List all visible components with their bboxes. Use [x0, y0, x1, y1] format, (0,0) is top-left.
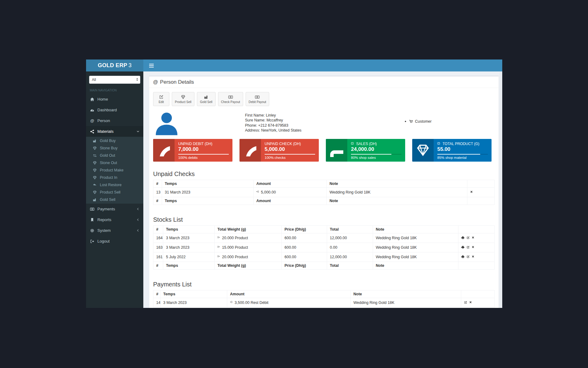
person-role-tag: Customer [405, 119, 432, 124]
table-row: 164 3 March 2023 20.000 Product 600.00 1… [153, 233, 495, 243]
cart-icon [409, 120, 413, 124]
sidebar-item-logout[interactable]: Logout [86, 236, 143, 247]
check-payout-button[interactable]: Check Payout [218, 92, 243, 106]
unpaid-checks-title: Unpaid Checks [153, 171, 495, 178]
at-icon: @ [153, 80, 158, 85]
sidebar-item-gold-sell[interactable]: Gold Sell [86, 196, 143, 203]
sidebar-item-stone-out[interactable]: Stone Out [86, 159, 143, 167]
calendar-check-icon [351, 142, 355, 146]
sidebar-item-system[interactable]: System [86, 225, 143, 236]
delete-icon[interactable] [472, 255, 475, 259]
delete-icon[interactable] [470, 190, 474, 194]
sidebar-item-gold-buy[interactable]: Gold Buy [86, 137, 143, 144]
stat-label: UNPAID CHECK (DH) [265, 142, 315, 146]
gem-icon [92, 146, 97, 150]
gem-icon [92, 176, 97, 180]
payments-list-title: Payments List [153, 281, 495, 288]
gear-icon [90, 228, 95, 233]
angle-left-icon [136, 218, 140, 221]
edit-icon[interactable] [464, 301, 468, 305]
stat-value: 7,000.00 [178, 146, 229, 152]
angle-left-icon [136, 207, 140, 211]
phone-line: Phone: +212 674-879583 [245, 123, 301, 128]
edit-icon [159, 95, 164, 99]
gold-sell-button[interactable]: Gold Sell [197, 92, 216, 106]
stocks-table: # Temps Total Weight (g) Price (Dh/g) To… [153, 225, 495, 270]
money-icon [228, 95, 233, 99]
sign-in-icon [230, 301, 233, 304]
print-icon[interactable] [461, 236, 465, 240]
sidebar-item-payments[interactable]: Payments [86, 204, 143, 214]
sidebar-item-stone-buy[interactable]: Stone Buy [86, 144, 143, 152]
sidebar-item-home[interactable]: Home [86, 94, 143, 105]
stat-label: TOTAL PRODUCT (G) [437, 142, 488, 146]
edit-button[interactable]: Edit [153, 92, 169, 106]
gem-icon [181, 95, 186, 99]
top-bar: GOLD ERP 3 [86, 59, 502, 71]
stat-value: 24,000.00 [351, 146, 401, 152]
debit-payout-button[interactable]: Debit Payout [246, 92, 269, 106]
table-footer-row: # Temps Total Weight (g) Price (Dh/g) To… [153, 262, 495, 270]
product-sell-button[interactable]: Product Sell [172, 92, 194, 106]
app-logo[interactable]: GOLD ERP 3 [86, 59, 143, 71]
sidebar-section-label: MAIN NAVIGATION [86, 84, 143, 94]
sign-in-icon [256, 190, 260, 194]
unpaid-checks-table: # Temps Amount Note 13 31 March 2023 [153, 180, 495, 205]
delete-icon[interactable] [472, 236, 475, 240]
print-icon[interactable] [461, 246, 465, 250]
bookmark-icon [90, 218, 95, 222]
content-area: @ Person Details Edit Produc [143, 71, 499, 308]
sign-out-icon [217, 255, 221, 259]
print-icon[interactable] [461, 255, 465, 259]
stocks-list-title: Stocks List [153, 216, 495, 223]
edit-icon[interactable] [466, 246, 470, 250]
stat-label: UNPAID DEBIT (DH) [178, 142, 229, 146]
table-header-row: # Temps Total Weight (g) Price (Dh/g) To… [153, 226, 495, 233]
gem-icon [92, 161, 97, 165]
diamond-icon [412, 139, 434, 162]
sidebar-item-materials[interactable]: Materials [86, 126, 143, 137]
stat-progress [437, 154, 488, 155]
person-info: First Name: Linley Sure Name: Mccaffrey … [245, 113, 301, 133]
money-icon [326, 139, 347, 162]
sidebar-item-person[interactable]: @ Person [86, 115, 143, 126]
sidebar-item-product-in[interactable]: Product In [86, 174, 143, 181]
industry-icon [204, 95, 209, 99]
sure-name-line: Sure Name: Mccaffrey [245, 118, 301, 123]
chevron-down-icon [136, 130, 140, 133]
delete-icon[interactable] [472, 246, 475, 249]
share-nodes-icon [90, 129, 95, 134]
stat-label: SALES (DH) [351, 142, 401, 146]
sidebar-item-dashboard[interactable]: Dashboard [86, 105, 143, 115]
edit-icon[interactable] [466, 255, 470, 259]
sidebar-item-gold-out[interactable]: Gold Out [86, 152, 143, 159]
gem-icon [92, 168, 97, 172]
table-header-row: # Temps Amount Note [153, 180, 495, 188]
undo-icon [92, 183, 97, 187]
role-label: Customer [415, 119, 432, 124]
sign-out-icon [90, 239, 95, 243]
home-icon [90, 97, 95, 102]
edit-icon[interactable] [466, 236, 470, 240]
calendar-check-icon [437, 142, 441, 146]
sidebar-item-product-sell[interactable]: Product Sell [86, 189, 143, 196]
sidebar-toggle-icon[interactable] [148, 62, 155, 69]
address-line: Address: NewYork, United States [245, 128, 301, 133]
delete-icon[interactable] [469, 301, 473, 305]
sidebar-filter-select[interactable]: All [89, 76, 140, 84]
sidebar-item-reports[interactable]: Reports [86, 214, 143, 225]
app-window: GOLD ERP 3 All MAIN NAVIGATION Home Dash… [86, 59, 502, 308]
unpaid-check-stat: UNPAID CHECK (DH) 5,000.00 100% checks [239, 139, 319, 162]
page-title: Person Details [160, 79, 194, 85]
profile-section: First Name: Linley Sure Name: Mccaffrey … [153, 111, 495, 136]
at-icon: @ [90, 119, 95, 123]
sign-out-icon [217, 236, 221, 240]
industry-icon [92, 198, 97, 202]
clock-icon [239, 139, 261, 162]
scrollbar[interactable] [499, 71, 502, 308]
sidebar-item-lost-restore[interactable]: Lost Restore [86, 181, 143, 189]
clock-icon [153, 139, 175, 162]
sidebar-item-product-make[interactable]: Product Make [86, 167, 143, 174]
list-bullet [405, 121, 406, 122]
navbar [143, 59, 502, 71]
